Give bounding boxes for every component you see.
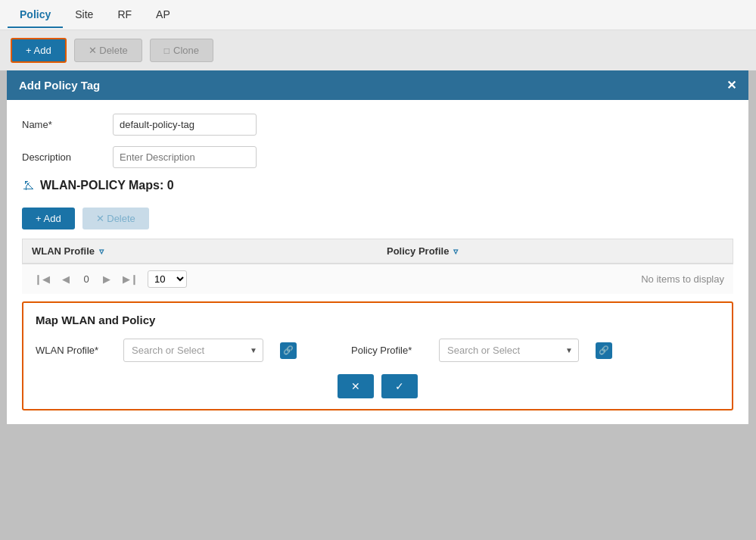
- tab-ap[interactable]: AP: [144, 2, 182, 28]
- policy-profile-select[interactable]: Search or Select: [439, 339, 579, 362]
- wlan-filter-icon[interactable]: ▿: [99, 246, 104, 257]
- wlan-sub-toolbar: + Add ✕ Delete: [22, 208, 733, 229]
- modal-title: Add Policy Tag: [19, 79, 100, 92]
- chevron-down-icon[interactable]: ⦩: [22, 179, 34, 192]
- confirm-button[interactable]: ✓: [381, 374, 418, 398]
- description-field-row: Description: [22, 146, 733, 168]
- modal-close-button[interactable]: ✕: [726, 78, 736, 92]
- page-size-select[interactable]: 10 25 50 100: [148, 270, 187, 288]
- description-label: Description: [22, 151, 113, 163]
- tab-rf[interactable]: RF: [105, 2, 144, 28]
- policy-profile-select-wrapper: Search or Select ▼: [439, 339, 579, 362]
- wlan-policy-table: WLAN Profile ▿ Policy Profile ▿: [22, 239, 733, 264]
- first-page-button[interactable]: ❙◀: [31, 272, 53, 286]
- map-form-row: WLAN Profile* Search or Select ▼ 🔗 Polic…: [36, 339, 720, 362]
- name-label: Name*: [22, 119, 113, 130]
- clone-icon: □: [164, 45, 170, 56]
- top-navigation: Policy Site RF AP: [0, 0, 756, 30]
- tab-policy[interactable]: Policy: [8, 2, 63, 28]
- policy-link-icon[interactable]: 🔗: [596, 342, 612, 359]
- main-toolbar: + Add ✕ Delete □ Clone: [0, 30, 756, 70]
- wlan-profile-column-header: WLAN Profile: [32, 245, 95, 257]
- map-wlan-policy-section: Map WLAN and Policy WLAN Profile* Search…: [22, 301, 733, 410]
- wlan-profile-select[interactable]: Search or Select: [123, 339, 263, 362]
- wlan-section-title: WLAN-POLICY Maps: 0: [40, 179, 174, 192]
- clone-button: □ Clone: [150, 39, 213, 62]
- policy-profile-label: Policy Profile*: [351, 345, 427, 356]
- wlan-profile-select-wrapper: Search or Select ▼: [123, 339, 263, 362]
- action-buttons-row: ✕ ✓: [36, 374, 720, 398]
- wlan-delete-button: ✕ Delete: [82, 208, 149, 229]
- delete-button: ✕ Delete: [74, 39, 142, 62]
- no-items-text: No items to display: [641, 273, 724, 285]
- modal-header: Add Policy Tag ✕: [7, 70, 748, 100]
- policy-filter-icon[interactable]: ▿: [453, 246, 458, 257]
- wlan-add-button[interactable]: + Add: [22, 208, 75, 229]
- tab-site[interactable]: Site: [63, 2, 105, 28]
- name-input[interactable]: [113, 114, 257, 136]
- last-page-button[interactable]: ▶❙: [120, 272, 142, 286]
- add-policy-tag-modal: Add Policy Tag ✕ Name* Description ⦩ WLA…: [7, 70, 748, 424]
- name-field-row: Name*: [22, 114, 733, 136]
- map-section-title: Map WLAN and Policy: [36, 314, 720, 326]
- add-button[interactable]: + Add: [11, 38, 67, 63]
- wlan-link-icon[interactable]: 🔗: [280, 342, 297, 359]
- cancel-button[interactable]: ✕: [338, 374, 374, 398]
- modal-body: Name* Description ⦩ WLAN-POLICY Maps: 0 …: [7, 100, 748, 424]
- wlan-profile-label: WLAN Profile*: [36, 345, 111, 356]
- policy-profile-column-header: Policy Profile: [387, 245, 449, 257]
- prev-page-button[interactable]: ◀: [59, 272, 73, 286]
- current-page: 0: [79, 273, 94, 285]
- description-input[interactable]: [113, 146, 257, 168]
- wlan-section-header: ⦩ WLAN-POLICY Maps: 0: [22, 179, 733, 197]
- pagination-row: ❙◀ ◀ 0 ▶ ▶❙ 10 25 50 100 No items to dis…: [22, 264, 733, 294]
- next-page-button[interactable]: ▶: [100, 272, 114, 286]
